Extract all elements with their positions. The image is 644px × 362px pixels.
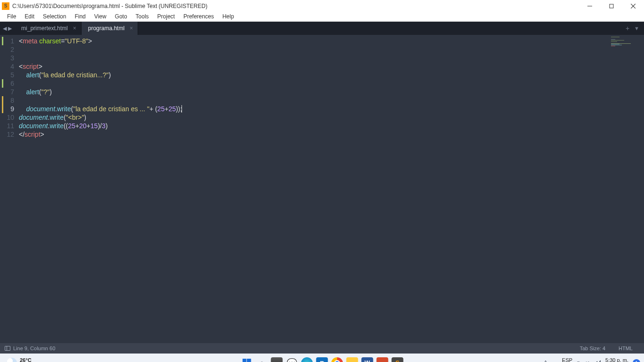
app-icon: S [2,2,9,10]
volume-icon[interactable]: 🕪 [585,360,591,362]
window-title: C:\Users\57301\Documents\programa.html -… [12,3,207,9]
tab-dropdown-button[interactable]: ▼ [634,25,639,31]
close-icon[interactable]: × [73,25,76,32]
new-tab-button[interactable]: + [626,25,629,32]
menu-preferences[interactable]: Preferences [179,12,218,21]
sublime-button[interactable]: S [392,357,404,362]
panel-switcher-icon[interactable] [5,346,10,351]
clock[interactable]: 5:30 p. m. 4/08/2022 [605,357,628,362]
weather-widget[interactable]: 26°C Nublado [0,357,39,362]
battery-icon[interactable]: 🗲 [595,360,601,362]
menu-find[interactable]: Find [70,12,90,21]
menu-view[interactable]: View [90,12,111,21]
statusbar: Line 9, Column 60 Tab Size: 4 HTML [0,343,644,354]
store-button[interactable]: ⧉ [316,357,328,362]
titlebar: S C:\Users\57301\Documents\programa.html… [0,0,644,12]
task-view-button[interactable] [271,357,283,362]
menu-help[interactable]: Help [218,12,239,21]
syntax-button[interactable]: HTML [612,346,639,351]
app-button-1[interactable] [377,357,388,362]
tabbar: ◀ ▶ mi_primertext.html × programa.html ×… [0,22,644,35]
edge-button[interactable] [301,357,313,362]
tab-size-button[interactable]: Tab Size: 4 [573,346,612,351]
menu-file[interactable]: File [3,12,20,21]
svg-rect-1 [610,4,613,8]
menu-selection[interactable]: Selection [39,12,70,21]
code-lines: 1<meta charset="UTF-8"> 2 3 4<script> 5 … [0,37,644,139]
taskbar: 26°C Nublado ⌕ 💬 ⧉ W S ˄ ☁× ESP LAA ⌔ 🕪 … [0,354,644,362]
tab-mi-primertext[interactable]: mi_primertext.html × [15,22,82,35]
tab-history-nav[interactable]: ◀ ▶ [0,22,15,35]
word-button[interactable]: W [362,357,373,362]
menu-edit[interactable]: Edit [20,12,39,21]
code-editor[interactable]: 1<meta charset="UTF-8"> 2 3 4<script> 5 … [0,35,644,343]
notification-button[interactable]: 1 [633,359,640,362]
menu-project[interactable]: Project [153,12,179,21]
chat-button[interactable]: 💬 [286,357,298,362]
explorer-button[interactable] [347,357,358,362]
tab-programa[interactable]: programa.html × [82,22,138,35]
menu-tools[interactable]: Tools [132,12,153,21]
cursor-position: Line 9, Column 60 [13,346,55,351]
close-button[interactable] [622,0,644,12]
minimize-button[interactable] [579,0,601,12]
onedrive-icon[interactable]: ☁× [552,360,558,362]
taskbar-center: ⌕ 💬 ⧉ W S [241,357,404,362]
tab-label: mi_primertext.html [21,25,68,32]
close-icon[interactable]: × [130,25,133,32]
search-button[interactable]: ⌕ [256,357,268,362]
tray-overflow-icon[interactable]: ˄ [544,360,547,362]
system-tray: ˄ ☁× ESP LAA ⌔ 🕪 🗲 5:30 p. m. 4/08/2022 … [544,357,640,362]
minimap[interactable] [611,37,639,44]
language-indicator[interactable]: ESP LAA [562,357,572,362]
weather-icon [7,358,17,362]
wifi-icon[interactable]: ⌔ [577,360,580,362]
menubar: File Edit Selection Find View Goto Tools… [0,12,644,22]
start-button[interactable] [241,357,253,362]
menu-goto[interactable]: Goto [111,12,132,21]
chrome-button[interactable] [331,357,343,362]
maximize-button[interactable] [601,0,622,12]
tab-label: programa.html [88,25,124,32]
weather-temp: 26°C [20,357,39,362]
